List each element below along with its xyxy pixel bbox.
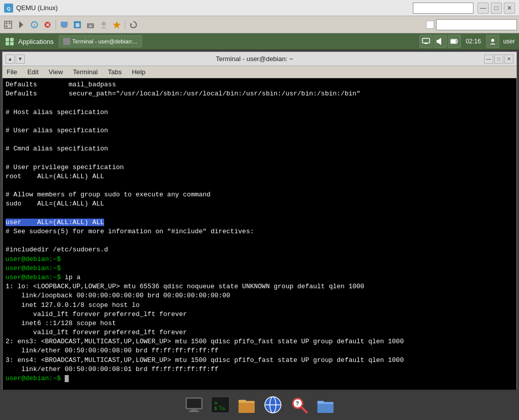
svg-text:?: ? [296, 400, 299, 406]
menu-tabs[interactable]: Tabs [106, 68, 123, 76]
term-title-left-buttons: ▲ ▼ [6, 55, 25, 64]
toolbar-separator [56, 20, 56, 30]
toolbar-icon-refresh[interactable] [127, 19, 139, 31]
display-checkbox[interactable] [426, 21, 434, 29]
svg-rect-33 [191, 409, 197, 411]
terminal-content[interactable]: Defaults mail_badpass Defaults secure_pa… [3, 78, 516, 390]
toolbar-icon-3[interactable]: i [28, 19, 40, 31]
dock-search-icon[interactable]: ? [287, 393, 311, 417]
tray-icon-display[interactable] [419, 35, 433, 48]
svg-text:Q: Q [7, 6, 10, 11]
menu-help[interactable]: Help [130, 68, 148, 76]
svg-marker-26 [439, 38, 441, 45]
terminal-title: Terminal - user@debian: ~ [25, 55, 484, 63]
dock-folder-icon[interactable] [313, 393, 338, 417]
term-down-button[interactable]: ▼ [16, 55, 25, 64]
taskbar-right: 02:16 user [419, 35, 517, 48]
dock-terminal-icon[interactable]: >_ $ ls [208, 393, 232, 417]
svg-text:A: A [89, 24, 92, 28]
svg-marker-18 [130, 23, 132, 25]
svg-line-45 [302, 407, 307, 412]
svg-text:✕: ✕ [45, 22, 50, 28]
toolbar-icon-9[interactable] [111, 19, 123, 31]
menu-file[interactable]: File [5, 68, 19, 76]
menu-edit[interactable]: Edit [25, 68, 40, 76]
tray-icon-battery[interactable] [448, 35, 461, 48]
terminal-close-button[interactable]: ✕ [504, 55, 513, 64]
toolbar-icon-6[interactable]: ⊞ [71, 19, 83, 31]
svg-rect-12 [62, 27, 66, 28]
svg-rect-25 [437, 40, 439, 43]
svg-rect-32 [187, 399, 201, 408]
svg-rect-19 [6, 38, 9, 41]
toolbar-icon-7[interactable]: A [84, 19, 97, 31]
svg-rect-4 [9, 22, 11, 24]
applications-menu[interactable]: Applications [2, 37, 57, 46]
taskbar-terminal-window[interactable]: Terminal - user@debian:... [59, 35, 142, 47]
taskbar: Applications Terminal - user@debian:... [0, 33, 519, 49]
terminal-window-controls: — □ ✕ [484, 55, 513, 64]
taskbar-username: user [501, 38, 517, 45]
svg-rect-20 [10, 38, 14, 41]
qemu-search-input[interactable] [413, 3, 474, 14]
taskbar-window-label: Terminal - user@debian:... [72, 38, 137, 44]
tray-user-icon[interactable] [486, 35, 499, 48]
svg-rect-11 [61, 22, 68, 27]
svg-text:$ ls: $ ls [214, 406, 225, 411]
qemu-title: QEMU (Linux) [16, 4, 413, 12]
system-tray [419, 35, 461, 48]
term-up-button[interactable]: ▲ [6, 55, 15, 64]
qemu-window-controls: — □ ✕ [478, 3, 515, 14]
terminal-titlebar: ▲ ▼ Terminal - user@debian: ~ — □ ✕ [3, 52, 516, 66]
svg-rect-3 [6, 22, 8, 24]
qemu-toolbar: i ✕ ⊞ A [0, 16, 519, 33]
qemu-icon: Q [4, 4, 13, 13]
terminal-menubar: File Edit View Terminal Tabs Help [3, 66, 516, 78]
svg-text:i: i [34, 23, 35, 28]
svg-rect-23 [422, 38, 430, 43]
svg-rect-21 [6, 42, 9, 45]
svg-rect-28 [457, 41, 458, 42]
dock-computer-icon[interactable] [182, 393, 206, 417]
menu-terminal[interactable]: Terminal [71, 68, 100, 76]
taskbar-time: 02:16 [463, 38, 484, 45]
bottom-dock: >_ $ ls [0, 390, 519, 420]
terminal-minimize-button[interactable]: — [484, 55, 493, 64]
toolbar-icon-8[interactable] [98, 19, 110, 31]
svg-rect-34 [189, 411, 199, 412]
svg-point-17 [102, 22, 106, 26]
desktop-area: ▲ ▼ Terminal - user@debian: ~ — □ ✕ File… [0, 49, 519, 390]
qemu-close-button[interactable]: ✕ [504, 3, 515, 14]
toolbar-icon-1[interactable] [2, 19, 14, 31]
dock-browser-icon[interactable] [261, 393, 285, 417]
qemu-address-input[interactable] [436, 19, 517, 30]
menu-view[interactable]: View [46, 68, 65, 76]
window-icon [63, 38, 70, 45]
toolbar-icon-2[interactable] [15, 19, 27, 31]
dock-files-icon[interactable] [234, 393, 259, 417]
toolbar-icon-5[interactable] [58, 19, 70, 31]
qemu-maximize-button[interactable]: □ [491, 3, 502, 14]
tray-icon-sound[interactable] [434, 35, 447, 48]
qemu-titlebar: Q QEMU (Linux) — □ ✕ [0, 0, 519, 16]
terminal-window: ▲ ▼ Terminal - user@debian: ~ — □ ✕ File… [2, 51, 517, 390]
qemu-minimize-button[interactable]: — [478, 3, 489, 14]
toolbar-icon-4[interactable]: ✕ [41, 19, 54, 31]
terminal-maximize-button[interactable]: □ [494, 55, 503, 64]
svg-point-30 [491, 39, 494, 42]
applications-label: Applications [18, 38, 54, 45]
svg-marker-6 [19, 21, 23, 28]
svg-rect-22 [10, 42, 14, 45]
svg-rect-24 [424, 43, 428, 44]
toolbar-separator-2 [125, 20, 125, 30]
svg-rect-29 [451, 40, 456, 43]
svg-rect-5 [6, 25, 8, 27]
qemu-window: Q QEMU (Linux) — □ ✕ i ✕ ⊞ [0, 0, 519, 420]
svg-text:⊞: ⊞ [75, 22, 79, 28]
